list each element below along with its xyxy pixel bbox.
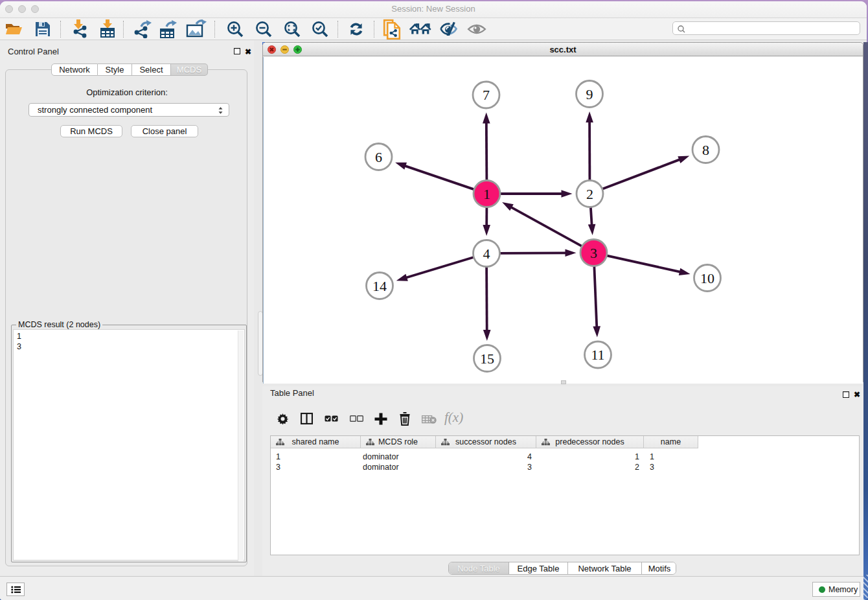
svg-text:14: 14 xyxy=(372,278,387,294)
svg-text:8: 8 xyxy=(702,142,709,158)
svg-text:10: 10 xyxy=(700,270,714,286)
svg-text:9: 9 xyxy=(586,86,593,102)
svg-text:7: 7 xyxy=(483,87,490,103)
svg-text:6: 6 xyxy=(375,149,382,165)
svg-text:4: 4 xyxy=(483,246,490,262)
svg-text:11: 11 xyxy=(591,347,604,363)
svg-text:3: 3 xyxy=(590,245,597,261)
svg-text:2: 2 xyxy=(586,186,593,202)
svg-text:1: 1 xyxy=(483,186,490,202)
svg-text:15: 15 xyxy=(480,351,494,367)
